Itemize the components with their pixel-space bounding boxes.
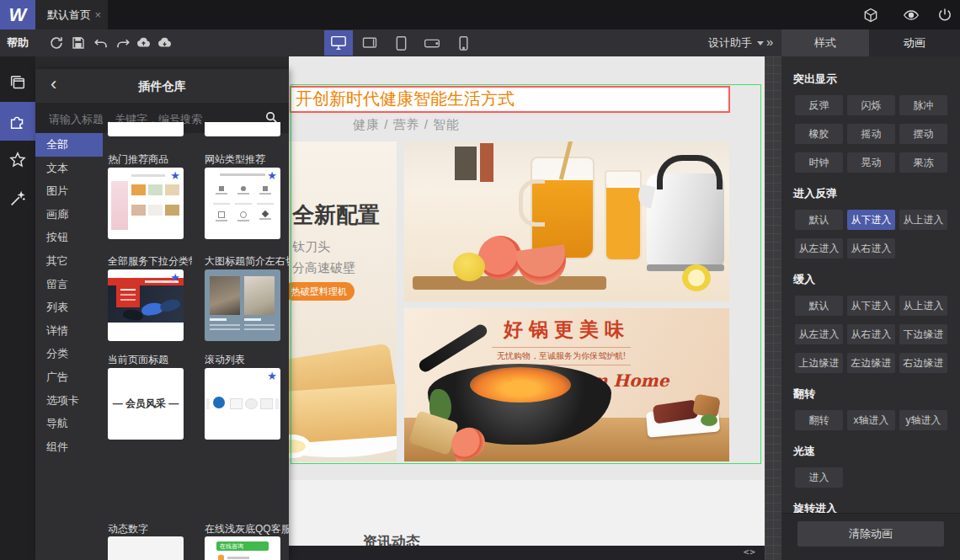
anim-button[interactable]: 果冻 (899, 152, 947, 173)
device-phone-button[interactable] (449, 30, 477, 56)
preview-eye-icon[interactable] (903, 7, 920, 24)
clear-animation-button[interactable]: 清除动画 (797, 521, 944, 547)
anim-button[interactable]: 上边缘进 (795, 353, 843, 373)
kettle-handle-shape (657, 155, 723, 189)
category-item-list[interactable]: 列表 (35, 296, 103, 319)
anim-button[interactable]: 摆动 (899, 124, 947, 144)
category-item-other[interactable]: 其它 (35, 249, 103, 273)
rail-favorites-star-icon[interactable] (0, 141, 35, 179)
favorite-star-icon[interactable]: ★ (267, 370, 277, 382)
page-tab[interactable]: 默认首页 × (35, 0, 108, 29)
category-item-all[interactable]: 全部 (35, 133, 103, 157)
device-desktop-button[interactable] (324, 30, 353, 56)
anim-button[interactable]: 左边缘进 (847, 353, 895, 373)
hero-left-image[interactable]: 全新配置 钛刀头 分高速破壁 热破壁料理机 (289, 141, 397, 461)
anim-button[interactable]: 翻转 (795, 410, 843, 430)
anim-button[interactable]: 脉冲 (899, 95, 947, 115)
rail-plugins-icon[interactable] (0, 102, 35, 141)
anim-button[interactable]: 橡胶 (795, 124, 843, 144)
anim-button[interactable]: 晃动 (847, 152, 895, 173)
anim-button[interactable]: y轴进入 (899, 410, 947, 430)
anim-button[interactable]: 下边缘进 (899, 324, 947, 344)
plugin-card-hot-products[interactable]: ★ (108, 168, 184, 239)
plugin-card-dropdown-nav[interactable]: ★ (108, 269, 184, 341)
device-laptop-button[interactable] (355, 30, 384, 56)
tab-animation[interactable]: 动画 (869, 29, 960, 56)
category-item-button[interactable]: 按钮 (35, 226, 103, 249)
more-chevrons[interactable]: » (766, 29, 773, 56)
page-hero-subtitle[interactable]: 健康 / 营养 / 智能 (353, 117, 460, 133)
device-phone-landscape-button[interactable] (418, 30, 446, 56)
plugin-card-site-types[interactable]: ★ (205, 168, 280, 239)
anim-button[interactable]: 从左进入 (795, 324, 843, 344)
anim-button[interactable]: 从上进入 (899, 210, 947, 230)
plugin-category-list: 全部 文本 图片 画廊 按钮 其它 留言 列表 详情 分类 广告 选项卡 导航 … (35, 133, 103, 458)
favorite-star-icon[interactable]: ★ (170, 271, 180, 284)
save-icon[interactable] (71, 35, 86, 51)
category-item-classify[interactable]: 分类 (35, 342, 103, 365)
design-canvas[interactable]: 开创新时代健康智能生活方式 健康 / 营养 / 智能 全新配置 钛刀头 分高速破… (289, 56, 765, 560)
rail-magic-wand-icon[interactable] (0, 179, 35, 218)
anim-button[interactable]: 进入 (795, 467, 843, 488)
anim-button[interactable]: 摇动 (847, 124, 895, 144)
plugin-card-image-slider[interactable] (205, 269, 280, 341)
rail-pages-icon[interactable] (0, 63, 35, 102)
category-item-message[interactable]: 留言 (35, 273, 103, 296)
plugin-card-partial[interactable] (205, 122, 280, 136)
favorite-star-icon[interactable]: ★ (267, 169, 277, 182)
anim-button[interactable]: 从左进入 (795, 238, 843, 259)
cloud-upload-icon[interactable] (136, 35, 151, 51)
anim-button[interactable]: 从右进入 (847, 324, 895, 344)
design-assistant-dropdown[interactable]: 设计助手 (708, 29, 764, 56)
selected-title-element[interactable]: 开创新时代健康智能生活方式 (290, 86, 730, 113)
anim-button[interactable]: 时钟 (795, 152, 843, 173)
glass-shape (605, 170, 642, 261)
app-logo[interactable]: W (0, 0, 35, 29)
plugin-card-label: 全部服务下拉分类带... (108, 254, 192, 269)
refresh-icon[interactable] (49, 35, 64, 51)
close-tab-icon[interactable]: × (94, 0, 101, 29)
category-item-tabs[interactable]: 选项卡 (35, 389, 103, 413)
anim-button[interactable]: 默认 (795, 296, 843, 316)
anim-button[interactable]: x轴进入 (847, 410, 895, 430)
category-item-ad[interactable]: 广告 (35, 365, 103, 389)
cloud-download-icon[interactable] (157, 35, 172, 51)
anim-button[interactable]: 从上进入 (899, 296, 947, 316)
category-item-nav[interactable]: 导航 (35, 412, 103, 435)
components-cube-icon[interactable] (862, 7, 879, 24)
hero-juice-image[interactable] (404, 141, 729, 301)
code-view-icon[interactable]: <> (744, 547, 756, 557)
plugin-panel-header: ‹ 插件仓库 (35, 69, 289, 103)
thumb-shape (257, 184, 274, 205)
category-item-detail[interactable]: 详情 (35, 319, 103, 343)
category-item-text[interactable]: 文本 (35, 157, 103, 180)
category-item-image[interactable]: 图片 (35, 179, 103, 203)
grapefruit-shape (478, 236, 522, 280)
toast-shape (289, 383, 397, 444)
help-button[interactable]: 帮助 (7, 29, 29, 56)
hero-headline: 全新配置 (292, 200, 380, 230)
tab-style[interactable]: 样式 (781, 29, 869, 56)
anim-button[interactable]: 右边缘进 (899, 353, 947, 373)
plugin-card-qq-service[interactable]: 在线咨询 (205, 536, 280, 560)
editor-toolbar: 帮助 (0, 29, 960, 56)
anim-button-active[interactable]: 从下进入 (847, 210, 895, 230)
thumb-preview-text: 0 (108, 555, 184, 560)
plugin-card-scroll-list[interactable]: ★ (205, 368, 280, 440)
plugin-card-dynamic-number[interactable]: 0 (108, 536, 184, 560)
category-item-component[interactable]: 组件 (35, 435, 103, 459)
favorite-star-icon[interactable]: ★ (170, 169, 180, 182)
undo-icon[interactable] (93, 35, 109, 51)
anim-button[interactable]: 反弹 (795, 95, 843, 115)
category-item-gallery[interactable]: 画廊 (35, 203, 103, 227)
anim-button[interactable]: 闪烁 (847, 95, 895, 115)
anim-button[interactable]: 从下进入 (847, 296, 895, 316)
device-tablet-button[interactable] (387, 30, 415, 56)
redo-icon[interactable] (115, 35, 131, 51)
plugin-card-page-title[interactable]: — 会员风采 — (108, 368, 184, 440)
hero-wok-banner[interactable]: 好锅更美味 无忧购物，至诚服务为你保驾护航! Warm Home (404, 308, 729, 461)
power-icon[interactable] (936, 7, 953, 24)
anim-button[interactable]: 默认 (795, 210, 843, 230)
plugin-card-partial[interactable] (108, 122, 184, 136)
anim-button[interactable]: 从右进入 (847, 238, 895, 259)
